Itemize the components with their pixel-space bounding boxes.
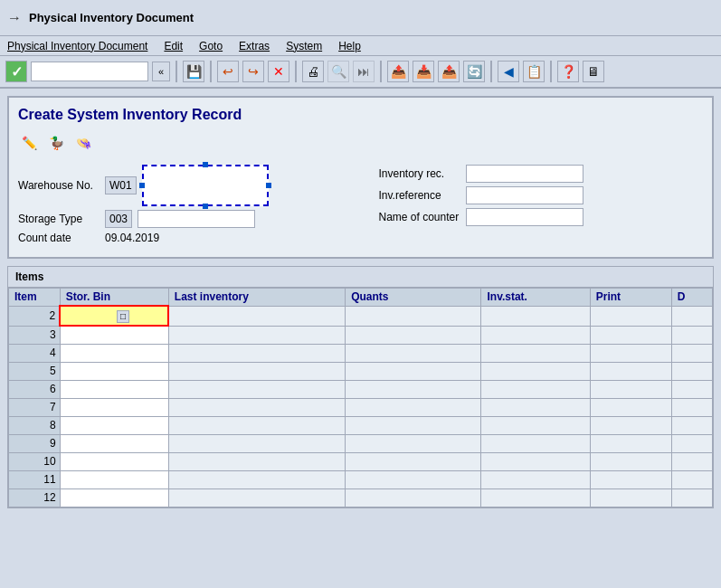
- find-button[interactable]: 🔍: [327, 61, 349, 82]
- nav-clipboard[interactable]: 📋: [523, 61, 545, 82]
- find-next-button[interactable]: ⏭: [353, 61, 375, 82]
- pencil-icon[interactable]: ✏️: [18, 132, 40, 154]
- menu-system[interactable]: System: [286, 40, 322, 52]
- stor-bin-cell[interactable]: [60, 362, 168, 380]
- menu-edit[interactable]: Edit: [164, 40, 183, 52]
- resize-handle-left[interactable]: [139, 183, 145, 188]
- app-icon: →: [7, 10, 22, 26]
- nav-prev[interactable]: ◀: [498, 61, 519, 82]
- inv-stat-cell: [481, 306, 590, 326]
- stor-bin-cell[interactable]: [60, 434, 168, 452]
- resize-handle-right[interactable]: [266, 183, 271, 188]
- inv-stat-cell: [481, 470, 590, 488]
- quants-cell: [346, 452, 481, 470]
- last-inventory-cell: [168, 344, 345, 362]
- stor-bin-cell[interactable]: [60, 326, 168, 344]
- table-row: 2□: [9, 306, 713, 326]
- count-date-value: 09.04.2019: [105, 232, 159, 244]
- stop-button[interactable]: ✕: [268, 61, 289, 82]
- last-inventory-cell: [168, 470, 345, 488]
- help-button[interactable]: ❓: [557, 61, 579, 82]
- count-date-row: Count date 09.04.2019: [18, 232, 343, 244]
- inventory-rec-input[interactable]: [466, 165, 583, 183]
- warehouse-input-area[interactable]: [142, 165, 269, 206]
- warehouse-no-label: Warehouse No.: [18, 179, 100, 192]
- resize-handle-top[interactable]: [203, 162, 208, 167]
- table-row: 7: [9, 398, 713, 416]
- d-cell: [671, 470, 712, 488]
- col-quants: Quants: [346, 289, 481, 307]
- inv-stat-cell: [481, 326, 590, 344]
- inv-stat-cell: [481, 344, 590, 362]
- sep4: [380, 61, 382, 82]
- redo-button[interactable]: ↪: [242, 61, 264, 82]
- import-button[interactable]: 📥: [413, 61, 434, 82]
- stor-bin-cell[interactable]: [60, 380, 168, 398]
- upload-button[interactable]: 📤: [438, 61, 460, 82]
- inventory-rec-label: Inventory rec.: [379, 167, 460, 180]
- expand-icon[interactable]: □: [117, 310, 129, 323]
- menu-bar: Physical Inventory Document Edit Goto Ex…: [0, 36, 721, 56]
- duck-icon[interactable]: 🦆: [45, 132, 67, 154]
- last-inventory-cell: [168, 306, 345, 326]
- last-inventory-cell: [168, 362, 345, 380]
- print-cell: [590, 306, 671, 326]
- items-table: Item Stor. Bin Last inventory Quants Inv…: [8, 288, 713, 507]
- app-title: Physical Inventory Document: [29, 11, 194, 24]
- sep3: [295, 61, 297, 82]
- name-of-counter-row: Name of counter: [379, 208, 704, 226]
- resize-handle-bottom[interactable]: [203, 204, 208, 209]
- nav-back-back[interactable]: «: [152, 62, 170, 81]
- screen-button[interactable]: 🖥: [583, 61, 604, 82]
- sep1: [176, 61, 177, 82]
- last-inventory-cell: [168, 416, 345, 434]
- last-inventory-cell: [168, 488, 345, 507]
- last-inventory-cell: [168, 326, 345, 344]
- sep6: [550, 61, 552, 82]
- item-number: 4: [9, 344, 61, 362]
- col-stor-bin: Stor. Bin: [60, 289, 168, 307]
- inv-stat-cell: [481, 416, 590, 434]
- print-cell: [590, 452, 671, 470]
- stor-bin-input[interactable]: [62, 308, 117, 324]
- storage-type-value: 003: [105, 210, 132, 228]
- stor-bin-cell[interactable]: [60, 416, 168, 434]
- export-button[interactable]: 📤: [387, 61, 409, 82]
- print-button[interactable]: 🖨: [302, 61, 324, 82]
- refresh-button[interactable]: 🔄: [463, 61, 485, 82]
- inv-reference-label: Inv.reference: [379, 189, 460, 202]
- stor-bin-cell[interactable]: [60, 398, 168, 416]
- form-left: Warehouse No. W01: [18, 165, 343, 248]
- table-row: 3: [9, 326, 713, 344]
- table-row: 8: [9, 416, 713, 434]
- item-number: 2: [9, 306, 61, 326]
- stor-bin-cell[interactable]: [60, 344, 168, 362]
- command-field[interactable]: [31, 62, 148, 81]
- menu-goto[interactable]: Goto: [199, 40, 223, 52]
- stor-bin-cell[interactable]: □: [60, 306, 168, 326]
- undo-button[interactable]: ↩: [217, 61, 239, 82]
- toolbar: ✓ « 💾 ↩ ↪ ✕ 🖨 🔍 ⏭ 📤 📥 📤 🔄 ◀ 📋 ❓ 🖥: [0, 56, 721, 89]
- print-cell: [590, 416, 671, 434]
- table-row: 10: [9, 452, 713, 470]
- col-last-inventory: Last inventory: [168, 289, 345, 307]
- print-cell: [590, 434, 671, 452]
- quants-cell: [346, 416, 481, 434]
- save-button[interactable]: 💾: [183, 61, 204, 82]
- inv-stat-cell: [481, 452, 590, 470]
- name-of-counter-input[interactable]: [466, 208, 583, 226]
- menu-help[interactable]: Help: [338, 40, 361, 52]
- menu-extras[interactable]: Extras: [239, 40, 270, 52]
- menu-physical-inventory[interactable]: Physical Inventory Document: [7, 40, 147, 52]
- check-button[interactable]: ✓: [5, 61, 27, 82]
- item-number: 11: [9, 470, 61, 488]
- form-panel: Create System Inventory Record ✏️ 🦆 👒 Wa…: [7, 96, 714, 259]
- storage-type-input[interactable]: [138, 210, 255, 228]
- stor-bin-cell[interactable]: [60, 452, 168, 470]
- hat-icon[interactable]: 👒: [72, 132, 94, 154]
- sep2: [210, 61, 212, 82]
- inv-reference-input[interactable]: [466, 186, 583, 204]
- last-inventory-cell: [168, 398, 345, 416]
- stor-bin-cell[interactable]: [60, 488, 168, 507]
- stor-bin-cell[interactable]: [60, 470, 168, 488]
